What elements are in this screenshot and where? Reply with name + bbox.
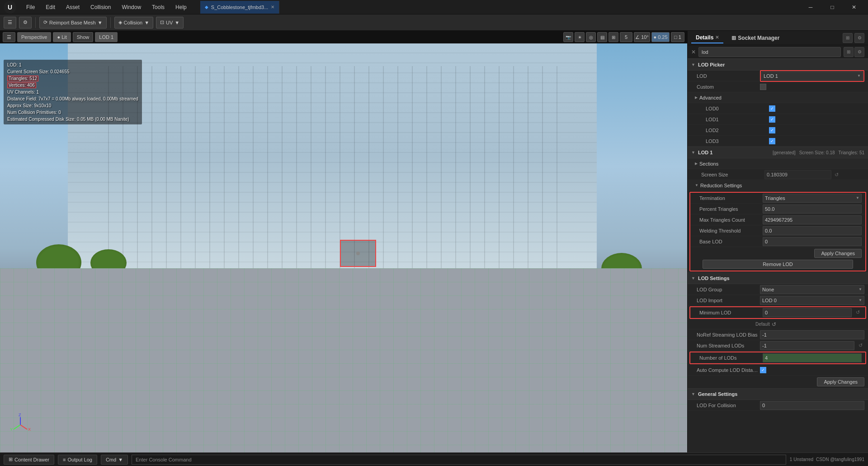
content-drawer-icon: ⊞: [9, 456, 13, 462]
menu-asset[interactable]: Asset: [61, 3, 84, 11]
screen-size-input[interactable]: [764, 170, 831, 179]
panel-content[interactable]: ▼ LOD Picker LOD LOD 1 ▼ Custom: [688, 59, 868, 452]
output-log-label: Output Log: [67, 457, 92, 462]
show-button[interactable]: Show: [73, 32, 94, 42]
lod-dropdown-arrow: ▼: [857, 74, 861, 78]
menu-window[interactable]: Window: [117, 3, 146, 11]
lod-dropdown[interactable]: LOD 1 ▼: [761, 71, 863, 81]
lod1-checkbox[interactable]: ✓: [769, 116, 775, 123]
tab-close-icon[interactable]: ✕: [271, 5, 274, 10]
num-lods-input[interactable]: [763, 353, 862, 362]
noref-input[interactable]: [760, 330, 864, 339]
svg-line-0: [20, 425, 27, 429]
welding-threshold-row: Welding Threshold: [690, 225, 865, 236]
lod-settings-section-header[interactable]: ▼ LOD Settings: [688, 272, 868, 284]
output-log-button[interactable]: ≡ Output Log: [58, 455, 97, 465]
lod-group-dropdown[interactable]: None ▼: [760, 285, 864, 294]
details-tab[interactable]: Details ✕: [691, 33, 723, 43]
viewport[interactable]: ☰ Perspective ● Lit Show LOD 1 📷 ☀ ◎ ▤ ⊞…: [0, 31, 687, 452]
details-tab-close[interactable]: ✕: [715, 35, 719, 40]
lod0-checkbox[interactable]: ✓: [769, 105, 775, 112]
viewport-count[interactable]: 5: [620, 32, 632, 42]
max-triangles-input[interactable]: [763, 215, 862, 224]
menu-tools[interactable]: Tools: [147, 3, 169, 11]
screen-size-reset[interactable]: ↺: [835, 172, 839, 177]
minimum-lod-border: Minimum LOD ↺: [689, 306, 866, 319]
num-streamed-input[interactable]: [760, 341, 854, 350]
settings-button[interactable]: ⚙: [19, 17, 32, 29]
asset-tab[interactable]: ◆ S_Cobblestone_tjfmbd3... ✕: [200, 1, 280, 14]
svg-line-2: [14, 425, 20, 429]
viewport-scale[interactable]: ● 0.25: [651, 32, 670, 42]
auto-compute-checkbox[interactable]: ✓: [760, 367, 766, 373]
viewport-icon2[interactable]: ▤: [597, 32, 607, 42]
lod2-checkbox[interactable]: ✓: [769, 127, 775, 133]
sections-subsection[interactable]: ▶ Sections: [688, 158, 868, 169]
remove-lod-button[interactable]: Remove LOD: [703, 260, 854, 269]
default-label: Default: [755, 322, 770, 327]
lod-group-dropdown-value: None: [762, 287, 774, 292]
lod1-section-header[interactable]: ▼ LOD 1 [generated] Screen Size: 0.18 Tr…: [688, 147, 868, 158]
panel-header-icons: ⊞ ⚙: [843, 33, 864, 43]
details-panel: Details ✕ ⊞ Socket Manager ⊞ ⚙ ✕ ⊞ ⚙: [687, 31, 868, 452]
lod1-meta-screen: Screen Size: 0.18: [799, 150, 835, 155]
custom-checkbox[interactable]: [760, 84, 766, 90]
welding-threshold-input[interactable]: [763, 226, 862, 235]
svg-text:X: X: [28, 427, 31, 432]
details-tab-label: Details: [696, 34, 713, 41]
num-streamed-label: Num Streamed LODs: [697, 343, 760, 348]
num-streamed-reset[interactable]: ↺: [856, 342, 864, 350]
socket-manager-tab[interactable]: ⊞ Socket Manager: [727, 33, 784, 43]
restore-button[interactable]: □: [822, 1, 843, 14]
panel-table-icon[interactable]: ⊞: [843, 33, 853, 43]
uv-button[interactable]: ⊡ UV ▼: [156, 17, 184, 29]
lod-settings-apply-button[interactable]: Apply Changes: [817, 377, 864, 386]
perspective-button[interactable]: Perspective: [17, 32, 51, 42]
menu-edit[interactable]: Edit: [41, 3, 60, 11]
lod-collision-input[interactable]: [760, 401, 864, 410]
close-button[interactable]: ✕: [844, 1, 864, 14]
cmd-button[interactable]: Cmd ▼: [101, 455, 128, 465]
lighting-icon[interactable]: ☀: [575, 32, 585, 42]
minimize-button[interactable]: ─: [800, 1, 821, 14]
viewport-icon3[interactable]: ⊞: [609, 32, 618, 42]
lod3-checkbox[interactable]: ✓: [769, 138, 775, 144]
viewport-menu-button[interactable]: ☰: [3, 32, 15, 42]
percent-triangles-input[interactable]: [763, 204, 862, 214]
lit-button[interactable]: ● Lit: [53, 32, 71, 42]
reduction-settings-subsection[interactable]: ▼ Reduction Settings: [688, 180, 868, 191]
termination-dropdown[interactable]: Triangles ▼: [763, 194, 862, 203]
general-settings-section-header[interactable]: ▼ General Settings: [688, 388, 868, 400]
viewport-num[interactable]: □ 1: [671, 32, 684, 42]
console-input[interactable]: Enter Console Command: [132, 455, 786, 465]
lod3-row: LOD3 ✓: [688, 136, 868, 147]
lod1-button[interactable]: LOD 1: [95, 32, 118, 42]
advanced-subsection[interactable]: ▶ Advanced: [688, 92, 868, 103]
lod-picker-section-header[interactable]: ▼ LOD Picker: [688, 59, 868, 71]
menu-help[interactable]: Help: [171, 3, 191, 11]
vertices-highlight: Vertices: 406: [7, 82, 36, 88]
render-icon[interactable]: ◎: [586, 32, 596, 42]
minimum-lod-reset[interactable]: ↺: [854, 309, 862, 317]
panel-settings-icon[interactable]: ⚙: [854, 33, 864, 43]
hamburger-button[interactable]: ☰: [4, 17, 16, 29]
search-settings-icon[interactable]: ⚙: [854, 47, 864, 57]
content-drawer-button[interactable]: ⊞ Content Drawer: [4, 455, 54, 465]
search-grid-icon[interactable]: ⊞: [844, 47, 854, 57]
viewport-angle[interactable]: ∠ 10°: [634, 32, 650, 42]
search-input[interactable]: [698, 47, 841, 57]
minimum-lod-input[interactable]: [763, 308, 852, 317]
lod-import-dropdown[interactable]: LOD 0 ▼: [760, 296, 864, 305]
menu-collision[interactable]: Collision: [86, 3, 115, 11]
base-lod-input[interactable]: [763, 237, 862, 246]
collision-button[interactable]: ◈ Collision ▼: [114, 17, 153, 29]
default-icon[interactable]: ↺: [772, 321, 776, 328]
lod1-apply-changes-button[interactable]: Apply Changes: [814, 249, 862, 258]
lod1-label: LOD 1: [99, 34, 113, 40]
menu-file[interactable]: File: [22, 3, 39, 11]
lod-import-value: LOD 0 ▼: [760, 296, 864, 305]
camera-icon[interactable]: 📷: [563, 32, 573, 42]
reimport-button[interactable]: ⟳ Reimport Base Mesh ▼: [39, 17, 107, 29]
svg-text:Y: Y: [10, 427, 13, 432]
lod-collision-row: LOD For Collision: [688, 400, 868, 411]
